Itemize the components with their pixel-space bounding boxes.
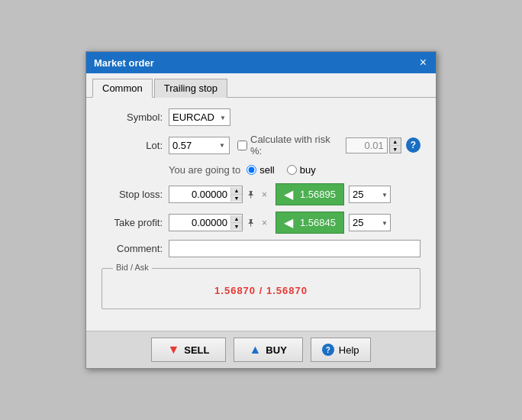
bid-ask-legend: Bid / Ask: [113, 263, 152, 272]
take-profit-spin-up[interactable]: ▲: [231, 215, 242, 223]
bid-value: 1.56870: [214, 285, 256, 296]
stop-loss-price-value: 1.56895: [300, 189, 336, 200]
take-profit-qty-wrapper: 25 10 50 100: [349, 214, 391, 231]
green-arrow-left-icon: ◀: [284, 187, 293, 202]
bid-ask-group: Bid / Ask 1.56870 / 1.56870: [102, 268, 420, 309]
risk-row: Calculate with risk %: ▲ ▼ ?: [237, 134, 420, 157]
take-profit-input[interactable]: [169, 215, 230, 231]
buy-radio[interactable]: [287, 165, 297, 175]
direction-radio-group: sell buy: [246, 164, 315, 176]
form-content: Symbol: EURCAD EURUSD GBPUSD Lot: 0.57 0…: [86, 98, 436, 331]
take-profit-label: Take profit:: [102, 217, 163, 228]
sell-button[interactable]: ▼ SELL: [151, 338, 225, 362]
tab-trailing-stop[interactable]: Trailing stop: [154, 79, 227, 98]
take-profit-spinners: ▲ ▼: [230, 215, 242, 230]
buy-arrow-icon: ▲: [250, 343, 262, 357]
stop-loss-input[interactable]: [169, 186, 230, 202]
risk-spin-up[interactable]: ▲: [390, 138, 401, 146]
separator: /: [256, 285, 266, 296]
stop-loss-pin-button[interactable]: 🖈: [243, 189, 259, 201]
take-profit-spin-down[interactable]: ▼: [231, 223, 242, 230]
symbol-label: Symbol:: [102, 111, 163, 123]
comment-row: Comment:: [102, 240, 420, 257]
risk-spinner: ▲ ▼: [389, 137, 401, 153]
buy-radio-label[interactable]: buy: [287, 164, 316, 176]
tab-common[interactable]: Common: [92, 79, 153, 98]
risk-spin-down[interactable]: ▼: [390, 146, 401, 153]
sell-label: SELL: [184, 344, 209, 356]
take-profit-price-value: 1.56845: [300, 217, 336, 228]
green-arrow-left-icon-2: ◀: [284, 215, 293, 230]
take-profit-input-wrapper: ▲ ▼: [169, 214, 243, 231]
direction-label: You are going to: [169, 164, 240, 176]
lot-row: Lot: 0.57 0.10 0.25 0.50 1.00 Calculate …: [102, 134, 420, 157]
stop-loss-input-wrapper: ▲ ▼: [169, 186, 243, 203]
title-bar: Market order ×: [86, 52, 436, 73]
stop-loss-spin-up[interactable]: ▲: [231, 187, 242, 195]
lot-label: Lot:: [102, 140, 163, 151]
sell-radio-text: sell: [259, 164, 275, 176]
risk-checkbox[interactable]: [237, 141, 247, 150]
help-circle-icon: ?: [322, 344, 334, 356]
stop-loss-row: Stop loss: ▲ ▼ 🖈 × ◀ 1.56895 25 10 50 10: [102, 183, 420, 205]
stop-loss-qty-wrapper: 25 10 50 100: [349, 186, 391, 203]
symbol-select[interactable]: EURCAD EURUSD GBPUSD: [169, 108, 230, 126]
risk-help-button[interactable]: ?: [406, 137, 420, 153]
take-profit-pin-button[interactable]: 🖈: [243, 217, 259, 229]
symbol-select-wrapper: EURCAD EURUSD GBPUSD: [169, 108, 230, 126]
risk-label: Calculate with risk %:: [250, 134, 341, 157]
take-profit-qty-select[interactable]: 25 10 50 100: [349, 214, 391, 231]
help-label: Help: [339, 344, 359, 356]
stop-loss-label: Stop loss:: [102, 189, 163, 200]
lot-select[interactable]: 0.57 0.10 0.25 0.50 1.00: [169, 137, 230, 154]
stop-loss-spinners: ▲ ▼: [230, 187, 242, 202]
buy-label: BUY: [266, 344, 286, 356]
stop-loss-qty-select[interactable]: 25 10 50 100: [349, 186, 391, 203]
risk-input[interactable]: [346, 137, 388, 153]
take-profit-clear-button[interactable]: ×: [259, 218, 269, 228]
sell-radio[interactable]: [246, 165, 256, 175]
footer: ▼ SELL ▲ BUY ? Help: [86, 331, 436, 368]
sell-radio-label[interactable]: sell: [246, 164, 275, 176]
market-order-dialog: Market order × Common Trailing stop Symb…: [85, 51, 437, 369]
bid-ask-value: 1.56870 / 1.56870: [113, 275, 409, 299]
lot-select-wrapper: 0.57 0.10 0.25 0.50 1.00: [169, 137, 230, 154]
close-button[interactable]: ×: [418, 57, 428, 69]
comment-input[interactable]: [169, 240, 420, 257]
sell-arrow-icon: ▼: [167, 343, 179, 357]
comment-label: Comment:: [102, 243, 163, 254]
help-button[interactable]: ? Help: [311, 338, 371, 362]
take-profit-price-button[interactable]: ◀ 1.56845: [276, 212, 344, 234]
dialog-title: Market order: [94, 57, 154, 69]
stop-loss-spin-down[interactable]: ▼: [231, 195, 242, 202]
symbol-row: Symbol: EURCAD EURUSD GBPUSD: [102, 108, 420, 126]
stop-loss-clear-button[interactable]: ×: [259, 189, 269, 200]
buy-radio-text: buy: [300, 164, 316, 176]
ask-value: 1.56870: [266, 285, 308, 296]
stop-loss-price-button[interactable]: ◀ 1.56895: [276, 183, 344, 205]
tab-bar: Common Trailing stop: [86, 73, 436, 98]
direction-row: You are going to sell buy: [169, 164, 420, 176]
take-profit-row: Take profit: ▲ ▼ 🖈 × ◀ 1.56845 25 10 50: [102, 212, 420, 234]
buy-button[interactable]: ▲ BUY: [234, 338, 303, 362]
